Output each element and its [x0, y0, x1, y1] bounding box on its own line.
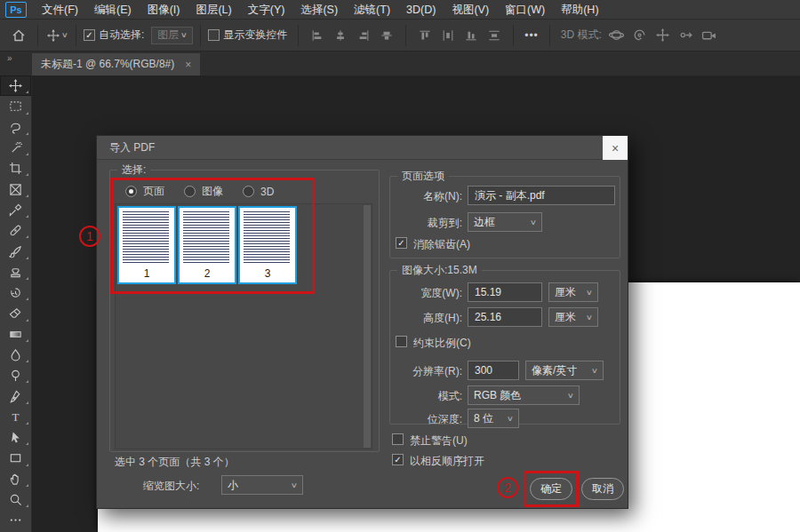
thumbnail-text-preview: [183, 211, 229, 263]
resolution-input[interactable]: 300: [468, 361, 519, 380]
pdf-page-thumbnail[interactable]: 1: [117, 206, 176, 284]
depth-label: 位深度:: [389, 412, 462, 427]
mode3d-label: 3D 模式:: [561, 28, 602, 43]
menu-item[interactable]: 文字(Y): [240, 0, 293, 20]
align-bottom-icon[interactable]: [460, 24, 483, 47]
width-unit-dropdown[interactable]: 厘米∨: [548, 282, 598, 302]
antialias-checkbox[interactable]: [396, 237, 407, 249]
pdf-page-thumbnail[interactable]: 3: [238, 206, 297, 284]
menu-item[interactable]: 滤镜(T): [346, 0, 398, 20]
height-unit-dropdown[interactable]: 厘米∨: [548, 307, 598, 327]
annotation-step1-circle: 1: [79, 226, 100, 247]
thumb-size-dropdown[interactable]: 小∨: [221, 475, 303, 495]
thumbnail-page-number: 2: [180, 267, 235, 280]
radio-unselected-icon[interactable]: [184, 186, 196, 197]
history-brush-tool-icon[interactable]: [0, 282, 31, 303]
orbit-3d-icon[interactable]: [605, 24, 628, 47]
rectangle-tool-icon[interactable]: [0, 448, 31, 468]
distribute-v-icon[interactable]: [483, 24, 506, 47]
document-tab[interactable]: 未标题-1 @ 66.7%(RGB/8#) ×: [32, 53, 200, 75]
thumbnail-text-preview: [244, 211, 290, 263]
more-tools-icon[interactable]: [0, 510, 31, 530]
menu-item[interactable]: 3D(D): [398, 0, 444, 20]
thumbnails: 1 2 3: [117, 206, 297, 284]
thumbnail-scrollbar[interactable]: [364, 205, 371, 448]
width-input[interactable]: 15.19: [468, 282, 542, 302]
separator: [76, 25, 76, 46]
height-input[interactable]: 25.16: [468, 307, 542, 327]
pen-tool-icon[interactable]: [0, 385, 31, 406]
slide-3d-icon[interactable]: [675, 24, 698, 47]
home-icon[interactable]: [7, 24, 30, 47]
type-tool-icon[interactable]: T: [0, 407, 31, 427]
menu-item[interactable]: 图层(L): [188, 0, 239, 20]
separator: [200, 25, 201, 46]
dodge-tool-icon[interactable]: [0, 365, 31, 385]
brush-tool-icon[interactable]: [0, 241, 31, 261]
blur-tool-icon[interactable]: [0, 345, 31, 365]
dialog-close-button[interactable]: ×: [603, 136, 628, 160]
photoshop-window: Ps 文件(F)编辑(E)图像(I)图层(L)文字(Y)选择(S)滤镜(T)3D…: [0, 0, 800, 532]
frame-tool-icon[interactable]: [0, 179, 31, 199]
cancel-button[interactable]: 取消: [581, 478, 624, 500]
radio-option[interactable]: 页面: [125, 184, 164, 199]
hand-tool-icon[interactable]: [0, 469, 31, 489]
eraser-tool-icon[interactable]: [0, 303, 31, 323]
lasso-tool-icon[interactable]: [0, 117, 31, 138]
radio-option[interactable]: 图像: [184, 184, 223, 199]
roll-3d-icon[interactable]: [628, 24, 652, 47]
zoom-tool-icon[interactable]: [0, 489, 31, 510]
magic-wand-tool-icon[interactable]: [0, 138, 31, 158]
menu-item[interactable]: 视图(V): [444, 0, 497, 20]
selection-status: 选中 3 个页面（共 3 个）: [115, 455, 235, 470]
toolbar-collapse-icon[interactable]: »: [7, 53, 12, 63]
align-top-icon[interactable]: [413, 24, 436, 47]
menu-item[interactable]: 窗口(W): [497, 0, 553, 20]
menu-item[interactable]: 图像(I): [140, 0, 188, 20]
pan-3d-icon[interactable]: [652, 24, 675, 47]
thumbnail-page-number: 3: [240, 267, 295, 280]
radio-selected-icon[interactable]: [125, 186, 137, 197]
path-select-tool-icon[interactable]: [0, 427, 31, 448]
chevron-down-icon: ∨: [507, 415, 514, 423]
auto-select-checkbox[interactable]: [84, 29, 95, 41]
name-label: 名称(N):: [389, 189, 462, 204]
constrain-checkbox[interactable]: [396, 336, 407, 347]
thumbnail-page-number: 1: [119, 267, 174, 280]
auto-select-target-dropdown[interactable]: 图层∨: [151, 27, 193, 44]
resolution-unit-dropdown[interactable]: 像素/英寸∨: [525, 361, 604, 380]
tab-close-icon[interactable]: ×: [185, 59, 191, 71]
align-center-v-icon[interactable]: [375, 24, 398, 47]
constrain-label: 约束比例(C): [413, 336, 471, 351]
align-center-h-icon[interactable]: [329, 24, 352, 47]
menu-item[interactable]: 帮助(H): [553, 0, 606, 20]
eyedropper-tool-icon[interactable]: [0, 200, 31, 220]
move-tool-preset-icon[interactable]: ∨: [45, 24, 68, 47]
camera-3d-icon[interactable]: [698, 24, 721, 47]
gradient-tool-icon[interactable]: [0, 324, 31, 345]
reverse-order-checkbox[interactable]: [392, 454, 404, 465]
mode-dropdown[interactable]: RGB 颜色∨: [468, 385, 580, 405]
align-right-icon[interactable]: [352, 24, 375, 47]
menu-item[interactable]: 编辑(E): [86, 0, 140, 20]
healing-brush-tool-icon[interactable]: [0, 220, 31, 241]
depth-dropdown[interactable]: 8 位∨: [468, 409, 519, 428]
more-options-button[interactable]: •••: [524, 29, 539, 42]
clone-stamp-tool-icon[interactable]: [0, 262, 31, 282]
radio-unselected-icon[interactable]: [243, 186, 254, 197]
radio-option[interactable]: 3D: [243, 186, 274, 198]
menu-item[interactable]: 选择(S): [292, 0, 346, 20]
ok-button[interactable]: 确定: [530, 478, 572, 500]
import-pdf-dialog: 导入 PDF × 选择: 页面图像3D 1 2 3 选中 3 个页面（共 3 个…: [96, 135, 628, 509]
show-transform-checkbox[interactable]: [208, 29, 220, 41]
distribute-h-icon[interactable]: [436, 24, 460, 47]
menu-item[interactable]: 文件(F): [34, 0, 86, 20]
marquee-tool-icon[interactable]: [0, 96, 31, 116]
name-input[interactable]: 演示 - 副本.pdf: [468, 186, 615, 205]
pdf-page-thumbnail[interactable]: 2: [178, 206, 236, 284]
crop-to-dropdown[interactable]: 边框∨: [468, 212, 542, 232]
crop-tool-icon[interactable]: [0, 158, 31, 179]
suppress-warnings-checkbox[interactable]: [392, 433, 404, 445]
align-left-icon[interactable]: [306, 24, 329, 47]
move-tool-icon[interactable]: [0, 75, 31, 96]
